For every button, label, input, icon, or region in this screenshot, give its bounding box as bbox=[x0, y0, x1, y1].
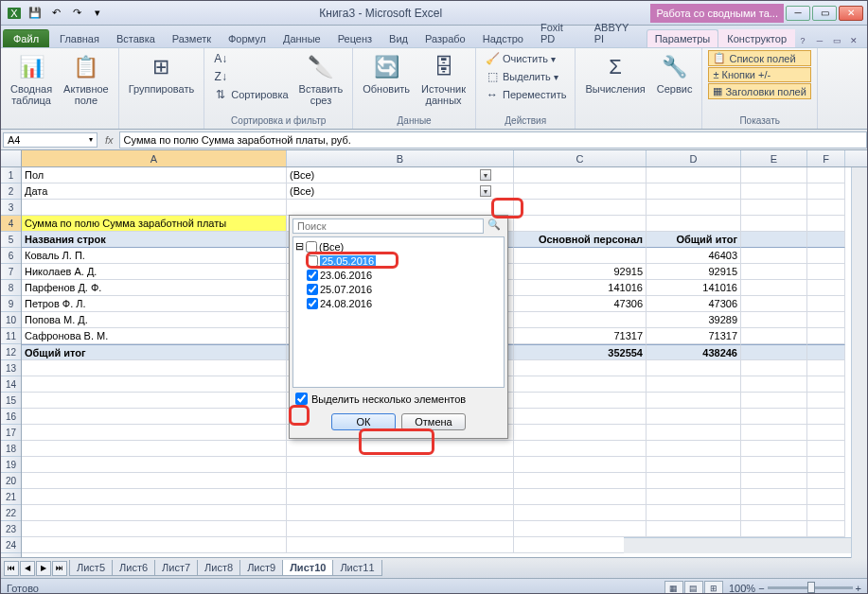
sheet-nav-last[interactable]: ⏭ bbox=[52, 561, 67, 576]
cell-C19[interactable] bbox=[514, 457, 647, 473]
row-header-10[interactable]: 10 bbox=[1, 312, 21, 328]
cell-B22[interactable] bbox=[287, 505, 514, 521]
cell-C7[interactable]: 92915 bbox=[514, 264, 647, 280]
cell-D16[interactable] bbox=[647, 409, 741, 425]
slicer-button[interactable]: 🔪Вставить срез bbox=[295, 50, 347, 108]
row-header-21[interactable]: 21 bbox=[1, 489, 21, 505]
cell-D21[interactable] bbox=[647, 489, 741, 505]
cell-B24[interactable] bbox=[287, 537, 514, 553]
sheet-tab-Лист5[interactable]: Лист5 bbox=[69, 560, 113, 576]
cell-D2[interactable] bbox=[647, 183, 741, 200]
row-header-20[interactable]: 20 bbox=[1, 473, 21, 489]
sort-desc-button[interactable]: Z↓ bbox=[210, 68, 291, 85]
filter-dropdown-pol[interactable]: ▼ bbox=[480, 169, 491, 181]
tab-file[interactable]: Файл bbox=[3, 29, 49, 47]
tab-formulas[interactable]: Формул bbox=[220, 29, 275, 47]
cell-F16[interactable] bbox=[807, 409, 845, 425]
row-header-13[interactable]: 13 bbox=[1, 360, 21, 376]
cell-E19[interactable] bbox=[741, 457, 807, 473]
cell-A13[interactable] bbox=[22, 360, 287, 376]
sheet-nav-next[interactable]: ▶ bbox=[36, 561, 51, 576]
cell-D19[interactable] bbox=[647, 457, 741, 473]
undo-icon[interactable]: ↶ bbox=[46, 4, 65, 23]
cell-A20[interactable] bbox=[22, 473, 287, 489]
row-header-17[interactable]: 17 bbox=[1, 425, 21, 441]
cell-A23[interactable] bbox=[22, 521, 287, 537]
collapse-icon[interactable]: ⊟ bbox=[295, 240, 304, 253]
cell-A24[interactable] bbox=[22, 537, 287, 553]
cell-E13[interactable] bbox=[741, 360, 807, 376]
cell-E22[interactable] bbox=[741, 505, 807, 521]
cell-E8[interactable] bbox=[741, 280, 807, 296]
cell-E15[interactable] bbox=[741, 393, 807, 409]
refresh-button[interactable]: 🔄Обновить bbox=[359, 50, 414, 96]
tab-developer[interactable]: Разрабо bbox=[416, 29, 474, 47]
filter-item-3[interactable]: 24.08.2016 bbox=[295, 296, 502, 310]
fx-icon[interactable]: fx bbox=[99, 134, 119, 146]
view-layout-button[interactable]: ▤ bbox=[684, 581, 703, 595]
cell-C21[interactable] bbox=[514, 489, 647, 505]
sheet-nav-first[interactable]: ⏮ bbox=[4, 561, 19, 576]
cell-D9[interactable]: 47306 bbox=[647, 296, 741, 312]
cell-F1[interactable] bbox=[807, 167, 845, 183]
cell-E14[interactable] bbox=[741, 376, 807, 393]
cell-F11[interactable] bbox=[807, 328, 845, 344]
cell-E21[interactable] bbox=[741, 489, 807, 505]
tab-abbyy[interactable]: ABBYY PI bbox=[586, 18, 647, 47]
cell-C1[interactable] bbox=[514, 167, 647, 183]
cell-A15[interactable] bbox=[22, 393, 287, 409]
cell-E18[interactable] bbox=[741, 441, 807, 457]
row-header-12[interactable]: 12 bbox=[1, 344, 21, 360]
zoom-out-button[interactable]: − bbox=[758, 583, 764, 594]
cell-A17[interactable] bbox=[22, 425, 287, 441]
tab-insert[interactable]: Вставка bbox=[108, 29, 164, 47]
cell-B19[interactable] bbox=[287, 457, 514, 473]
cell-C6[interactable] bbox=[514, 248, 647, 264]
cell-A22[interactable] bbox=[22, 505, 287, 521]
cell-F17[interactable] bbox=[807, 425, 845, 441]
tab-addins[interactable]: Надстро bbox=[474, 29, 532, 47]
cell-C5[interactable]: Основной персонал bbox=[514, 232, 647, 248]
cell-F10[interactable] bbox=[807, 312, 845, 328]
cell-D13[interactable] bbox=[647, 360, 741, 376]
row-header-3[interactable]: 3 bbox=[1, 200, 21, 216]
row-header-7[interactable]: 7 bbox=[1, 264, 21, 280]
column-header-B[interactable]: B bbox=[287, 150, 514, 166]
pivot-table-button[interactable]: 📊Сводная таблица bbox=[7, 50, 56, 108]
cell-E17[interactable] bbox=[741, 425, 807, 441]
cell-F2[interactable] bbox=[807, 183, 845, 200]
row-header-11[interactable]: 11 bbox=[1, 328, 21, 344]
cell-C12[interactable]: 352554 bbox=[514, 344, 647, 360]
cell-A9[interactable]: Петров Ф. Л. bbox=[22, 296, 287, 312]
cell-D7[interactable]: 92915 bbox=[647, 264, 741, 280]
cell-C22[interactable] bbox=[514, 505, 647, 521]
cell-F12[interactable] bbox=[807, 344, 845, 360]
qat-more-icon[interactable]: ▾ bbox=[88, 4, 107, 23]
cell-F20[interactable] bbox=[807, 473, 845, 489]
cell-A1[interactable]: Пол bbox=[22, 167, 287, 183]
move-button[interactable]: ↔Переместить bbox=[482, 86, 569, 103]
cell-D20[interactable] bbox=[647, 473, 741, 489]
row-header-19[interactable]: 19 bbox=[1, 457, 21, 473]
cell-E12[interactable] bbox=[741, 344, 807, 360]
row-header-4[interactable]: 4 bbox=[1, 216, 21, 232]
formula-input[interactable] bbox=[119, 131, 867, 148]
cell-C10[interactable] bbox=[514, 312, 647, 328]
cell-F3[interactable] bbox=[807, 200, 845, 216]
cell-E5[interactable] bbox=[741, 232, 807, 248]
filter-item-2[interactable]: 25.07.2016 bbox=[295, 282, 502, 296]
redo-icon[interactable]: ↷ bbox=[67, 4, 86, 23]
row-header-18[interactable]: 18 bbox=[1, 441, 21, 457]
row-header-5[interactable]: 5 bbox=[1, 232, 21, 248]
sort-button[interactable]: ⇅Сортировка bbox=[210, 86, 291, 103]
cell-A16[interactable] bbox=[22, 409, 287, 425]
cell-E6[interactable] bbox=[741, 248, 807, 264]
filter-item-1[interactable]: 23.06.2016 bbox=[295, 268, 502, 282]
cell-E3[interactable] bbox=[741, 200, 807, 216]
sort-asc-button[interactable]: A↓ bbox=[210, 50, 291, 67]
row-header-14[interactable]: 14 bbox=[1, 376, 21, 393]
cell-F6[interactable] bbox=[807, 248, 845, 264]
tab-review[interactable]: Реценз bbox=[329, 29, 381, 47]
tab-pivot-design[interactable]: Конструктор bbox=[718, 29, 795, 47]
cell-C16[interactable] bbox=[514, 409, 647, 425]
